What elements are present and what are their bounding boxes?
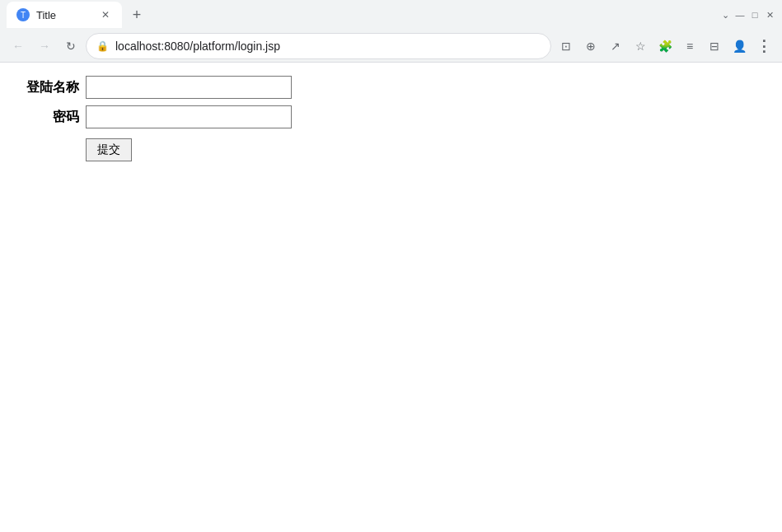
url-text: localhost:8080/platform/login.jsp	[115, 40, 541, 53]
zoom-icon[interactable]: ⊕	[579, 35, 602, 58]
window-controls: ⌄ — □ ✕	[719, 9, 775, 21]
tab-title: Title	[36, 9, 92, 21]
submit-button[interactable]: 提交	[86, 138, 132, 161]
username-input[interactable]	[86, 76, 292, 99]
password-row: 密码	[13, 105, 769, 128]
title-bar-left: T Title ✕ +	[7, 2, 148, 28]
browser-tab[interactable]: T Title ✕	[7, 2, 122, 28]
password-label: 密码	[13, 109, 79, 126]
url-bar[interactable]: 🔒 localhost:8080/platform/login.jsp	[86, 33, 551, 59]
submit-row: 提交	[13, 135, 769, 161]
back-button[interactable]: ←	[7, 35, 30, 58]
toolbar-right: ⊡ ⊕ ↗ ☆ 🧩 ≡ ⊟ 👤 ⋮	[555, 35, 775, 58]
screenshot-icon[interactable]: ⊡	[555, 35, 578, 58]
new-tab-button[interactable]: +	[125, 3, 148, 26]
login-form: 登陆名称 密码 提交	[13, 76, 769, 161]
username-label: 登陆名称	[13, 79, 79, 96]
title-bar: T Title ✕ + ⌄ — □ ✕	[0, 0, 782, 30]
lock-icon: 🔒	[96, 40, 109, 52]
forward-button[interactable]: →	[33, 35, 56, 58]
password-input[interactable]	[86, 105, 292, 128]
profile-icon[interactable]: 👤	[728, 35, 751, 58]
username-row: 登陆名称	[13, 76, 769, 99]
three-dots-icon: ⋮	[756, 37, 772, 55]
close-button[interactable]: ✕	[764, 9, 775, 21]
star-icon[interactable]: ☆	[629, 35, 652, 58]
reading-list-icon[interactable]: ≡	[678, 35, 701, 58]
page-content: 登陆名称 密码 提交	[0, 63, 782, 532]
extensions-icon[interactable]: 🧩	[653, 35, 677, 58]
browser-chrome: T Title ✕ + ⌄ — □ ✕ ← → ↻ 🔒 localhost:80…	[0, 0, 782, 63]
split-view-icon[interactable]: ⊟	[703, 35, 726, 58]
maximize-button[interactable]: □	[749, 9, 761, 21]
more-options-button[interactable]: ⋮	[752, 35, 775, 58]
tab-favicon: T	[16, 8, 30, 21]
address-bar: ← → ↻ 🔒 localhost:8080/platform/login.js…	[0, 30, 782, 63]
chevron-down-icon[interactable]: ⌄	[719, 9, 731, 21]
tab-close-button[interactable]: ✕	[99, 8, 112, 21]
minimize-button[interactable]: —	[734, 9, 746, 21]
reload-button[interactable]: ↻	[59, 35, 82, 58]
share-icon[interactable]: ↗	[604, 35, 627, 58]
